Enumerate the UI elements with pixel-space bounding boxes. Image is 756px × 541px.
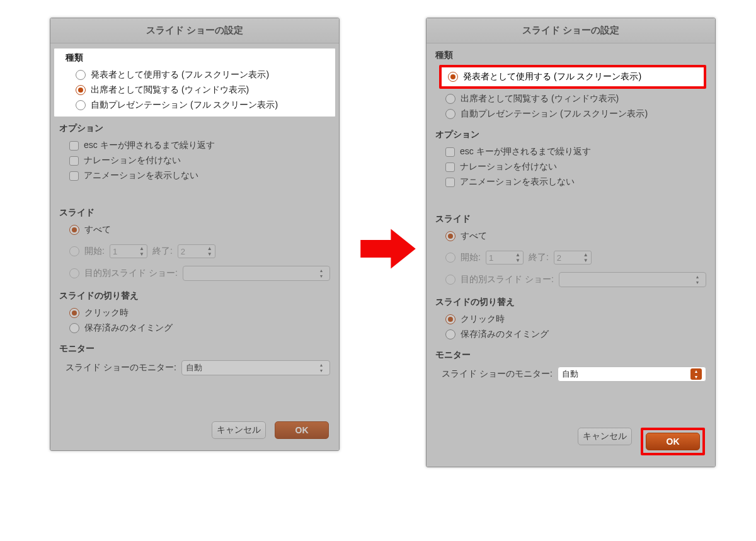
to-value: 2 (557, 253, 561, 263)
section-monitor: モニター スライド ショーのモニター: 自動 ▴▾ (427, 343, 715, 385)
checkbox-loop[interactable] (445, 147, 455, 157)
to-spinner[interactable]: 2 ▲▼ (554, 251, 592, 265)
radio-row-attendee[interactable]: 出席者として閲覧する (ウィンドウ表示) (435, 91, 706, 106)
radio-custom[interactable] (445, 275, 455, 285)
radio-custom[interactable] (69, 268, 79, 278)
checkbox-animation[interactable] (445, 178, 455, 187)
checkbox-narration[interactable] (69, 156, 79, 166)
radio-row-timings[interactable]: 保存済みのタイミング (59, 321, 330, 336)
radio-row-custom[interactable]: 目的別スライド ショー: ▴▾ (59, 264, 330, 283)
radio-all-label: すべて (461, 231, 487, 242)
checkbox-loop-label: esc キーが押されるまで繰り返す (84, 140, 215, 151)
radio-row-auto[interactable]: 自動プレゼンテーション (フル スクリーン表示) (66, 98, 324, 113)
radio-row-all[interactable]: すべて (435, 229, 706, 244)
radio-row-onclick[interactable]: クリック時 (435, 312, 706, 327)
from-spinner[interactable]: 1 ▲▼ (486, 251, 524, 265)
section-advance-title: スライドの切り替え (435, 297, 706, 308)
ok-button[interactable]: OK (646, 433, 700, 450)
custom-label: 目的別スライド ショー: (461, 274, 554, 285)
section-slides-title: スライド (435, 214, 706, 225)
checkbox-animation[interactable] (69, 171, 79, 181)
from-value: 1 (489, 253, 493, 263)
radio-row-timings[interactable]: 保存済みのタイミング (435, 327, 706, 342)
checkbox-loop-label: esc キーが押されるまで繰り返す (460, 146, 591, 157)
to-value: 2 (181, 247, 185, 256)
radio-onclick-label: クリック時 (461, 314, 505, 325)
radio-row-range[interactable]: 開始: 1 ▲▼ 終了: 2 ▲▼ (435, 249, 706, 266)
check-row-narration[interactable]: ナレーションを付けない (435, 159, 706, 174)
section-advance: スライドの切り替え クリック時 保存済みのタイミング (50, 284, 339, 337)
section-slides-title: スライド (59, 207, 330, 219)
cancel-button[interactable]: キャンセル (578, 428, 632, 445)
radio-row-range[interactable]: 開始: 1 ▲▼ 終了: 2 ▲▼ (59, 242, 330, 260)
radio-timings[interactable] (69, 323, 79, 333)
radio-onclick[interactable] (445, 314, 455, 324)
section-slides: スライド すべて 開始: 1 ▲▼ 終了: 2 ▲▼ 目的別スライド ショー: (427, 207, 715, 290)
checkbox-narration-label: ナレーションを付けない (460, 161, 557, 173)
radio-all[interactable] (69, 225, 79, 235)
section-monitor-title: モニター (435, 350, 706, 361)
from-label: 開始: (84, 246, 105, 257)
monitor-select[interactable]: 自動 ▴▾ (181, 360, 330, 375)
slideshow-settings-dialog-after: スライド ショーの設定 種類 発表者として使用する (フル スクリーン表示) 出… (426, 18, 716, 467)
monitor-value: 自動 (562, 368, 578, 380)
radio-row-auto[interactable]: 自動プレゼンテーション (フル スクリーン表示) (435, 106, 706, 122)
to-label: 終了: (529, 252, 549, 263)
custom-select[interactable]: ▴▾ (559, 272, 706, 287)
custom-select[interactable]: ▴▾ (183, 266, 330, 281)
cancel-button[interactable]: キャンセル (212, 421, 266, 439)
radio-attendee[interactable] (445, 94, 455, 104)
radio-row-presenter[interactable]: 発表者として使用する (フル スクリーン表示) (66, 67, 324, 83)
check-row-narration[interactable]: ナレーションを付けない (59, 153, 330, 168)
radio-range[interactable] (69, 246, 79, 256)
dialog-buttons: キャンセル OK (427, 418, 715, 467)
section-type-title: 種類 (435, 50, 706, 61)
chevron-updown-icon: ▴▾ (693, 274, 702, 285)
from-label: 開始: (461, 252, 481, 263)
radio-presenter[interactable] (76, 70, 86, 80)
from-value: 1 (113, 247, 117, 256)
monitor-row: スライド ショーのモニター: 自動 ▴▾ (59, 358, 330, 377)
ok-button[interactable]: OK (275, 421, 329, 439)
section-type-title: 種類 (66, 52, 324, 64)
radio-row-onclick[interactable]: クリック時 (59, 305, 330, 321)
radio-onclick[interactable] (69, 308, 79, 318)
chevron-updown-icon: ▴▾ (317, 362, 326, 373)
check-row-animation[interactable]: アニメーションを表示しない (435, 174, 706, 190)
radio-presenter-label: 発表者として使用する (フル スクリーン表示) (91, 69, 269, 81)
monitor-label: スライド ショーのモニター: (442, 368, 553, 380)
radio-range[interactable] (445, 253, 455, 263)
from-spinner[interactable]: 1 ▲▼ (110, 244, 147, 258)
radio-presenter[interactable] (448, 72, 458, 82)
stepper-icon[interactable]: ▲▼ (515, 252, 520, 263)
radio-row-custom[interactable]: 目的別スライド ショー: ▴▾ (435, 270, 706, 289)
section-monitor: モニター スライド ショーのモニター: 自動 ▴▾ (50, 337, 339, 379)
check-row-loop[interactable]: esc キーが押されるまで繰り返す (59, 138, 330, 153)
radio-auto-label: 自動プレゼンテーション (フル スクリーン表示) (91, 100, 278, 111)
dialog-buttons: キャンセル OK (50, 411, 339, 450)
stepper-icon[interactable]: ▲▼ (207, 246, 212, 257)
monitor-select[interactable]: 自動 ▴▾ (558, 367, 706, 382)
radio-all-label: すべて (84, 224, 111, 236)
chevron-updown-icon: ▴▾ (317, 268, 326, 279)
radio-row-all[interactable]: すべて (59, 222, 330, 237)
to-spinner[interactable]: 2 ▲▼ (178, 244, 215, 258)
radio-timings-label: 保存済みのタイミング (84, 322, 173, 334)
radio-auto[interactable] (445, 109, 455, 119)
radio-row-attendee[interactable]: 出席者として閲覧する (ウィンドウ表示) (66, 83, 324, 98)
checkbox-loop[interactable] (69, 141, 79, 151)
radio-timings-label: 保存済みのタイミング (461, 329, 549, 340)
checkbox-narration[interactable] (445, 162, 455, 172)
check-row-animation[interactable]: アニメーションを表示しない (59, 168, 330, 183)
radio-all[interactable] (445, 231, 455, 241)
svg-marker-0 (360, 229, 416, 269)
stepper-icon[interactable]: ▲▼ (583, 252, 588, 263)
radio-attendee-label: 出席者として閲覧する (ウィンドウ表示) (461, 93, 619, 105)
radio-attendee[interactable] (76, 85, 86, 95)
check-row-loop[interactable]: esc キーが押されるまで繰り返す (435, 144, 706, 159)
stepper-icon[interactable]: ▲▼ (139, 246, 144, 257)
radio-timings[interactable] (445, 329, 455, 339)
section-monitor-title: モニター (59, 343, 330, 355)
section-options-title: オプション (435, 129, 706, 140)
radio-auto[interactable] (76, 100, 86, 110)
